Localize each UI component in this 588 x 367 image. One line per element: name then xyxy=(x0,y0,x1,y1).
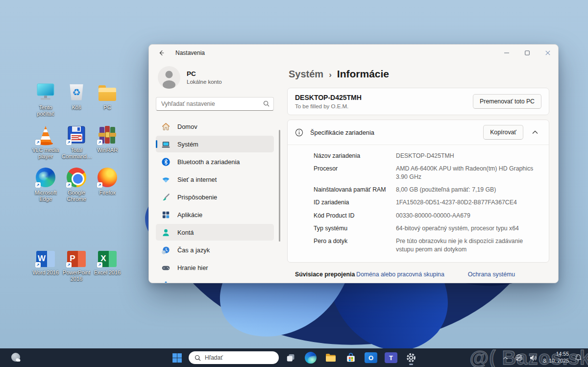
desktop-icon-word[interactable]: W Word 2016 xyxy=(31,246,60,276)
desktop-icon-firefox[interactable]: Firefox xyxy=(93,167,122,196)
taskbar-teams[interactable]: T xyxy=(383,350,399,365)
account-block[interactable]: PC Lokálne konto xyxy=(158,66,272,89)
account-name: PC xyxy=(187,70,222,77)
gear-icon xyxy=(406,352,416,363)
page-title: Informácie xyxy=(337,68,389,80)
rename-pc-button[interactable]: Premenovať toto PC xyxy=(473,94,541,109)
chevron-up-icon[interactable] xyxy=(532,130,538,134)
shortcut-arrow-icon xyxy=(66,140,72,145)
teams-icon: T xyxy=(385,352,397,363)
sidebar-item-label: Kontá xyxy=(177,229,194,236)
spec-row: Kód Product ID 00330-80000-00000-AA679 xyxy=(314,209,541,222)
tray-clock[interactable]: 14:55 8. 10. 2025 xyxy=(543,351,569,364)
maximize-button[interactable] xyxy=(517,45,538,61)
sidebar-item-domov[interactable]: Domov xyxy=(156,118,274,135)
widgets-weather-icon[interactable] xyxy=(8,350,24,365)
spec-row: Pero a dotyk Pre túto obrazovku nie je k… xyxy=(314,235,541,256)
accounts-icon xyxy=(161,228,171,237)
desktop-icon-label: Total Command… xyxy=(62,147,91,160)
brush-icon xyxy=(161,193,171,202)
total-commander-icon xyxy=(66,124,87,146)
vlc-cone-icon xyxy=(35,124,56,146)
sidebar-item-apps[interactable]: Aplikácie xyxy=(156,206,274,223)
microsoft-store-icon xyxy=(345,352,356,363)
avatar xyxy=(158,66,180,89)
excel-icon: X xyxy=(97,246,118,268)
sidebar-item-accessibility[interactable]: Prístupnosť xyxy=(156,277,274,283)
gamepad-icon xyxy=(161,263,171,272)
open-app-indicator xyxy=(409,364,413,365)
minimize-button[interactable] xyxy=(496,45,517,61)
shortcut-arrow-icon xyxy=(97,182,102,188)
volume-icon[interactable] xyxy=(528,353,539,363)
shortcut-arrow-icon xyxy=(66,262,72,268)
desktop-icon-label: Kôš xyxy=(62,104,91,111)
sidebar-item-personalization[interactable]: Prispôsobenie xyxy=(156,189,274,205)
desktop-icon-excel[interactable]: X Excel 2016 xyxy=(93,246,122,276)
shortcut-arrow-icon xyxy=(35,262,41,268)
sidebar-item-label: Prístupnosť xyxy=(177,282,210,284)
taskbar-search[interactable]: Hľadať xyxy=(189,351,279,364)
edge-icon xyxy=(305,352,317,364)
desktop-icon-chrome[interactable]: Google Chrome xyxy=(62,167,91,202)
start-button[interactable] xyxy=(169,350,185,365)
breadcrumb: Systém › Informácie xyxy=(289,68,549,80)
shortcut-arrow-icon xyxy=(97,140,102,145)
link-domain-workgroup[interactable]: Doména alebo pracovná skupina xyxy=(356,271,444,278)
desktop-icon-winrar[interactable]: WinRAR xyxy=(93,124,122,153)
desktop-icon-label: Excel 2016 xyxy=(93,269,122,276)
specs-list: Názov zariadenia DESKTOP-D425TMH Proceso… xyxy=(288,145,549,262)
specs-header[interactable]: Špecifikácie zariadenia Kopírovať xyxy=(288,120,549,145)
taskbar-settings[interactable] xyxy=(403,350,419,365)
info-icon xyxy=(295,128,303,137)
sidebar-item-bluetooth[interactable]: Bluetooth a zariadenia xyxy=(156,153,274,170)
desktop-icon-total-commander[interactable]: Total Command… xyxy=(62,124,91,160)
settings-search xyxy=(156,97,274,111)
edge-icon xyxy=(35,167,56,188)
settings-search-input[interactable] xyxy=(156,97,274,111)
spec-row: Typ systému 64-bitový operačný systém, p… xyxy=(314,222,541,235)
sidebar-scrollbar[interactable] xyxy=(279,130,280,242)
desktop-icon-recycle-bin[interactable]: ♻ Kôš xyxy=(62,81,91,111)
shortcut-arrow-icon xyxy=(97,262,102,268)
taskbar-outlook[interactable]: O xyxy=(363,350,379,365)
copy-button[interactable]: Kopírovať xyxy=(483,125,523,140)
breadcrumb-parent[interactable]: Systém xyxy=(289,69,323,80)
sidebar-item-gaming[interactable]: Hranie hier xyxy=(156,259,274,276)
taskbar-microsoft-store[interactable] xyxy=(343,350,359,365)
desktop-icon-powerpoint[interactable]: P PowerPoint 2016 xyxy=(62,246,91,282)
network-globe-icon[interactable] xyxy=(514,353,524,363)
account-type: Lokálne konto xyxy=(187,79,222,85)
sidebar-item-time-language[interactable]: Čas a jazyk xyxy=(156,242,274,258)
sidebar-item-accounts[interactable]: Kontá xyxy=(156,224,274,241)
sidebar-item-label: Prispôsobenie xyxy=(177,194,217,201)
sidebar-item-system[interactable]: Systém xyxy=(156,136,274,152)
clock-globe-icon xyxy=(161,245,171,255)
back-button[interactable] xyxy=(154,46,169,60)
notifications-bell-icon[interactable] xyxy=(573,353,583,363)
close-button[interactable] xyxy=(538,45,558,61)
breadcrumb-separator: › xyxy=(329,70,332,80)
sidebar-item-label: Aplikácie xyxy=(177,211,202,219)
taskbar-edge[interactable] xyxy=(302,350,319,365)
link-system-protection[interactable]: Ochrana systému xyxy=(468,271,515,278)
desktop-icon-vlc[interactable]: VLC media player xyxy=(31,124,60,160)
desktop-icon-this-pc[interactable]: Tento počítač xyxy=(31,81,60,117)
taskbar-file-explorer[interactable] xyxy=(322,350,339,365)
shortcut-arrow-icon xyxy=(66,182,72,188)
desktop-icon-edge[interactable]: Microsoft Edge xyxy=(31,167,60,202)
winrar-books-icon xyxy=(97,124,118,146)
settings-nav: Domov Systém Bluetooth a zariadenia xyxy=(156,118,274,283)
sidebar-item-network[interactable]: Sieť a internet xyxy=(156,171,274,188)
spec-row: Procesor AMD A6-6400K APU with Radeon(tm… xyxy=(314,162,541,183)
search-icon xyxy=(195,355,201,361)
close-icon xyxy=(545,50,550,55)
desktop-icon-label: Word 2016 xyxy=(31,269,60,276)
bluetooth-icon xyxy=(161,157,171,167)
outlook-icon: O xyxy=(365,352,377,363)
windows-logo-icon xyxy=(172,353,182,363)
tray-chevron-up-icon[interactable] xyxy=(501,355,510,361)
desktop-icon-pc-folder[interactable]: PC xyxy=(93,81,122,111)
device-oem: To be filled by O.E.M. xyxy=(295,103,362,109)
task-view-button[interactable] xyxy=(282,350,299,365)
